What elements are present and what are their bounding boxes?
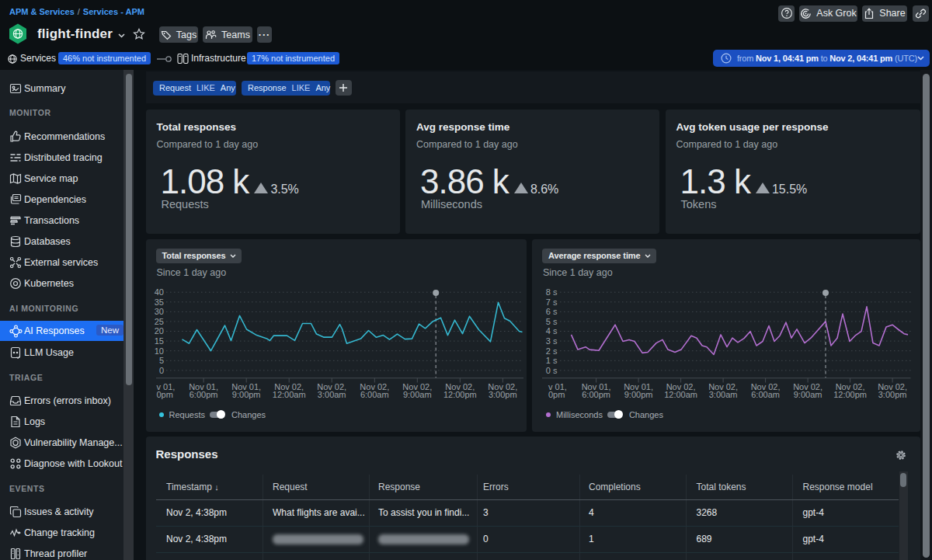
- svg-text:0: 0: [158, 366, 163, 375]
- svg-text:3:00am: 3:00am: [709, 390, 738, 399]
- svg-text:2 s: 2 s: [546, 346, 558, 356]
- svg-text:3:00pm: 3:00pm: [488, 390, 516, 399]
- svg-text:30: 30: [154, 307, 163, 316]
- svg-text:3 s: 3 s: [546, 336, 558, 346]
- svg-text:9:00am: 9:00am: [794, 390, 822, 399]
- svg-text:5: 5: [158, 356, 163, 365]
- svg-text:35: 35: [154, 297, 163, 307]
- svg-text:7 s: 7 s: [546, 297, 558, 307]
- svg-text:40: 40: [154, 287, 163, 297]
- svg-text:6 s: 6 s: [546, 307, 558, 316]
- svg-text:12:00am: 12:00am: [272, 390, 305, 399]
- svg-text:25: 25: [154, 317, 163, 326]
- svg-text:4 s: 4 s: [546, 326, 558, 336]
- svg-text:12:00am: 12:00am: [664, 390, 697, 399]
- svg-text:8 s: 8 s: [546, 287, 558, 297]
- svg-text:6:00pm: 6:00pm: [582, 390, 610, 399]
- svg-text:5 s: 5 s: [546, 317, 558, 326]
- svg-text:6:00pm: 6:00pm: [189, 390, 217, 399]
- svg-text:10: 10: [154, 346, 163, 356]
- svg-text:3:00pm: 3:00pm: [878, 390, 907, 399]
- svg-text:3:00am: 3:00am: [317, 390, 346, 399]
- svg-text:0pm: 0pm: [156, 390, 172, 399]
- svg-text:20: 20: [154, 326, 163, 336]
- svg-text:0pm: 0pm: [548, 390, 565, 399]
- svg-text:12:00pm: 12:00pm: [833, 390, 867, 399]
- svg-text:0 s: 0 s: [546, 366, 558, 375]
- svg-text:9:00pm: 9:00pm: [231, 390, 260, 399]
- svg-text:9:00am: 9:00am: [402, 390, 431, 399]
- svg-text:6:00am: 6:00am: [360, 390, 388, 399]
- svg-text:1 s: 1 s: [546, 356, 558, 365]
- svg-text:9:00pm: 9:00pm: [624, 390, 653, 399]
- svg-text:12:00pm: 12:00pm: [443, 390, 476, 399]
- svg-text:6:00am: 6:00am: [751, 390, 780, 399]
- svg-text:15: 15: [154, 336, 163, 346]
